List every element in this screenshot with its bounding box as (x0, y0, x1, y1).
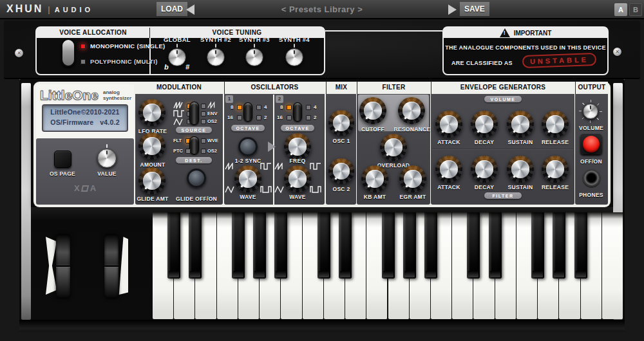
mod-wheel[interactable] (104, 234, 118, 299)
flt-sustain-label: SUSTAIN (502, 184, 538, 190)
black-key[interactable] (489, 212, 502, 279)
voice-mode-switch[interactable] (61, 39, 75, 67)
filter-env-badge: FILTER (484, 192, 522, 199)
value-knob[interactable] (97, 149, 117, 168)
section-mix: MIX OSC 1 OSC 2 (326, 84, 356, 205)
section-modulation: MODULATION LFO RATE AMOUNT GLIDE AMT ENV… (135, 84, 223, 205)
vol-release-knob[interactable] (542, 111, 569, 138)
square-wave-icon (310, 163, 321, 170)
synth3-tuning-knob[interactable] (245, 48, 263, 66)
vol-attack-knob[interactable] (435, 111, 462, 138)
vol-sustain-knob[interactable] (507, 111, 534, 138)
output-volume-knob[interactable] (583, 104, 598, 119)
pitch-wheel[interactable] (56, 234, 70, 299)
global-tuning-knob[interactable] (168, 48, 186, 66)
black-key[interactable] (424, 212, 437, 279)
osc2-octave-switch[interactable] (293, 102, 302, 122)
next-preset-icon[interactable] (448, 5, 457, 15)
black-key[interactable] (317, 212, 330, 279)
synth2-tuning-knob[interactable] (207, 48, 225, 66)
cutoff-knob[interactable] (359, 97, 386, 124)
black-key[interactable] (574, 212, 587, 279)
slot-b-button[interactable]: B (629, 3, 642, 16)
overload-knob[interactable] (380, 134, 407, 161)
oct2-label: 2 (314, 115, 316, 120)
lcd-firmware-version: v4.0.2 (100, 118, 119, 126)
dest-wve-label: WVE (207, 138, 218, 143)
flt-sustain-knob[interactable] (507, 156, 534, 183)
black-key[interactable] (274, 212, 287, 279)
synth4-knob-label: SYNTH #4 (275, 36, 314, 43)
flt-release-knob[interactable] (542, 156, 569, 183)
source-switch[interactable] (189, 102, 199, 125)
flt-attack-knob[interactable] (435, 156, 462, 183)
black-key[interactable] (467, 212, 480, 279)
mod-amount-knob[interactable] (138, 133, 166, 160)
white-key[interactable] (602, 212, 623, 319)
glide-on-off-button[interactable] (187, 169, 206, 188)
black-key[interactable] (339, 212, 352, 279)
knob-tick (106, 144, 108, 148)
osc1-octave-switch[interactable] (243, 102, 252, 122)
flat-symbol: b (164, 63, 169, 71)
synth4-tuning-knob[interactable] (285, 48, 303, 66)
offon-label: OFF/ON (573, 158, 609, 165)
knob-tick (215, 44, 216, 48)
logo-sub2: synthesizer (103, 96, 131, 101)
egr-amt-knob[interactable] (399, 165, 426, 192)
glide-amount-knob[interactable] (138, 167, 166, 194)
mix-osc2-label: OSC 2 (323, 186, 359, 192)
kb-amt-knob[interactable] (361, 165, 388, 192)
slot-a-button[interactable]: A (614, 3, 627, 16)
osc1-wave-label: WAVE (230, 194, 266, 200)
preset-name[interactable]: < Presets Library > (245, 5, 399, 14)
keyboard-zone (31, 207, 613, 320)
poly-led (80, 59, 86, 64)
power-button[interactable] (583, 136, 600, 152)
os-page-button[interactable] (54, 151, 71, 168)
lfo-rate-knob[interactable] (138, 99, 166, 126)
resonance-knob[interactable] (398, 97, 425, 124)
dest-switch[interactable] (189, 136, 199, 154)
pitch-wheel-backing (46, 237, 57, 295)
oscillators-title: OSCILLATORS (224, 82, 325, 94)
saw-wave-icon (173, 102, 185, 109)
mix-title: MIX (326, 82, 356, 94)
product-logo: LittleOne (40, 88, 99, 103)
triangle-wave-icon (274, 186, 286, 193)
osc2-freq-knob[interactable] (284, 133, 311, 160)
black-key[interactable] (531, 212, 544, 279)
source-led (201, 111, 206, 116)
sharp-symbol: # (185, 63, 189, 71)
oct4-label: 4 (264, 104, 267, 110)
load-button[interactable]: LOAD (156, 2, 187, 16)
mix-osc2-knob[interactable] (328, 158, 354, 184)
saw-wave-icon (225, 163, 236, 170)
save-button[interactable]: SAVE (460, 2, 489, 16)
saw-wave-icon (274, 163, 286, 170)
global-knob-label: GLOBAL (158, 36, 196, 43)
vol-decay-knob[interactable] (471, 111, 498, 138)
pulse-wave-icon (310, 186, 321, 193)
dest-os2-label: OS2 (207, 148, 217, 154)
sync-button[interactable] (238, 137, 258, 156)
osc1-wave-knob[interactable] (234, 165, 261, 192)
oct16-label: 16 (277, 115, 283, 120)
mono-led (80, 44, 86, 49)
source-os2-label: OS2 (207, 118, 217, 124)
osc2-tag: 2 (276, 95, 283, 103)
voice-allocation-title: VOICE ALLOCATION (37, 28, 149, 38)
prev-preset-icon[interactable] (186, 5, 194, 15)
black-key[interactable] (382, 212, 395, 279)
flt-decay-knob[interactable] (471, 156, 498, 183)
square-wave-icon (173, 110, 185, 117)
section-logo: LittleOne analog synthesizer LittleOne©2… (36, 84, 134, 205)
black-key[interactable] (403, 212, 416, 279)
black-key[interactable] (253, 212, 266, 279)
mix-osc1-knob[interactable] (328, 110, 354, 136)
black-key[interactable] (553, 212, 565, 279)
black-key[interactable] (189, 212, 202, 279)
osc2-wave-knob[interactable] (284, 165, 311, 192)
black-key[interactable] (167, 212, 180, 279)
black-key[interactable] (232, 212, 245, 279)
